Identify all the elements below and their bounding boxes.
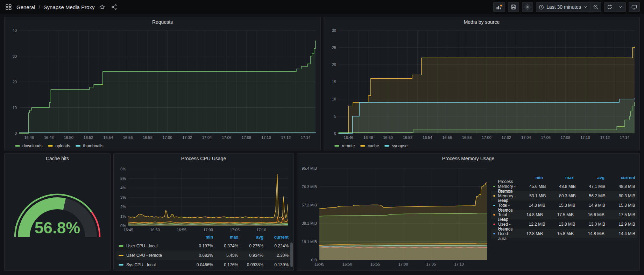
y-axis-tick-label: 76.3 MiB bbox=[302, 185, 317, 189]
panel-title-requests[interactable]: Requests bbox=[7, 17, 318, 27]
cycle-view-mode-button[interactable] bbox=[629, 2, 640, 12]
legend-column-max[interactable]: max bbox=[543, 175, 574, 180]
x-axis-tick-label: 16:54 bbox=[103, 135, 113, 140]
x-axis-tick-label: 17:05 bbox=[426, 262, 436, 266]
refresh-interval-caret[interactable] bbox=[615, 2, 626, 12]
breadcrumb-folder[interactable]: General bbox=[16, 4, 35, 10]
legend-swatch bbox=[76, 145, 80, 147]
refresh-button[interactable] bbox=[604, 2, 615, 12]
legend-swatch bbox=[360, 145, 365, 147]
legend-column-current[interactable]: current bbox=[604, 175, 635, 180]
legend-value-max: 17.5 MiB bbox=[543, 212, 574, 217]
legend-value-avg: 14.9 MiB bbox=[575, 203, 606, 208]
memory-legend-table: minmaxavgcurrentProcess Memory - cosmos4… bbox=[491, 174, 637, 238]
x-axis-tick-label: 17:02 bbox=[182, 135, 192, 140]
legend-column-current[interactable]: current bbox=[263, 235, 289, 240]
add-panel-icon bbox=[496, 4, 502, 10]
panel-title-cache-hits[interactable]: Cache hits bbox=[7, 154, 107, 163]
y-axis-tick-label: 0% bbox=[120, 224, 126, 228]
y-axis-tick-label: 95.4 MiB bbox=[302, 166, 317, 170]
x-axis-tick-label: 17:04 bbox=[521, 135, 531, 140]
dashboard-settings-button[interactable] bbox=[522, 2, 533, 12]
legend-value-current: 17.5 MiB bbox=[604, 212, 635, 217]
x-axis-tick-label: 16:50 bbox=[64, 135, 73, 140]
cpu-legend-table: minmaxavgcurrentUser CPU - local0.197%0.… bbox=[116, 233, 291, 269]
panel-process-memory-usage: Process Memory Usage 0 B19.1 MiB38.1 MiB… bbox=[297, 153, 640, 271]
navbar: General / Synapse Media Proxy bbox=[0, 0, 644, 14]
y-axis-tick-label: 30 bbox=[332, 28, 336, 33]
x-axis-tick-label: 16:58 bbox=[462, 135, 472, 140]
zoom-out-button[interactable] bbox=[590, 2, 601, 12]
dashboards-button[interactable] bbox=[4, 3, 13, 12]
legend-item-downloads[interactable]: downloads bbox=[15, 143, 42, 148]
x-axis-tick-label: 17:00 bbox=[482, 135, 491, 140]
legend-column-avg[interactable]: avg bbox=[238, 235, 263, 240]
navbar-toolbar: Last 30 minutes bbox=[493, 2, 640, 12]
legend-series-toggle[interactable]: User CPU - local bbox=[119, 244, 188, 248]
add-panel-button[interactable] bbox=[493, 2, 505, 12]
x-axis-tick-label: 17:06 bbox=[222, 135, 232, 140]
panel-title-media[interactable]: Media by source bbox=[327, 17, 637, 27]
x-axis-tick-label: 17:08 bbox=[242, 135, 252, 140]
legend-column-max[interactable]: max bbox=[213, 235, 238, 240]
favorite-button[interactable] bbox=[98, 3, 106, 11]
x-axis-tick-label: 16:48 bbox=[44, 135, 54, 140]
legend-value-min: 0.0466% bbox=[188, 262, 213, 267]
legend-column-avg[interactable]: avg bbox=[574, 175, 604, 180]
y-axis-tick-label: 40 bbox=[13, 28, 17, 33]
x-axis-tick-label: 16:56 bbox=[123, 135, 133, 140]
x-axis-tick-label: 17:12 bbox=[600, 135, 610, 140]
x-axis-tick-label: 16:50 bbox=[383, 135, 393, 140]
x-axis-tick-label: 17:12 bbox=[281, 135, 291, 140]
legend-swatch bbox=[493, 233, 495, 234]
legend-swatch bbox=[15, 145, 20, 147]
legend-value-max: 15.3 MiB bbox=[545, 203, 575, 208]
share-button[interactable] bbox=[110, 3, 118, 11]
cpu-chart[interactable]: 0%1%2%3%4%5%6%16:4516:5016:5517:0017:051… bbox=[116, 163, 291, 233]
grid-icon bbox=[6, 4, 12, 10]
y-axis-tick-label: 2% bbox=[120, 205, 126, 209]
legend-row-Sys CPU - local: Sys CPU - local0.0466%0.176%0.0938%0.139… bbox=[116, 260, 291, 269]
requests-chart[interactable]: 01020304016:4616:4816:5016:5216:5416:561… bbox=[7, 27, 318, 141]
legend-item-synapse[interactable]: synapse bbox=[384, 143, 408, 148]
legend-series-toggle[interactable]: Heap Used - aura bbox=[493, 226, 512, 241]
save-dashboard-button[interactable] bbox=[508, 2, 519, 12]
y-axis-tick-label: 57.2 MiB bbox=[302, 203, 317, 207]
x-axis-tick-label: 17:14 bbox=[620, 135, 630, 140]
breadcrumb: General / Synapse Media Proxy bbox=[16, 4, 94, 10]
legend-series-toggle[interactable]: Sys CPU - local bbox=[119, 262, 188, 267]
chevron-down-icon bbox=[618, 5, 623, 9]
legend-value-avg: 0.0938% bbox=[238, 262, 263, 267]
x-axis-tick-label: 17:00 bbox=[163, 135, 172, 140]
media-chart[interactable]: 05101520253016:4616:4816:5016:5216:5416:… bbox=[327, 27, 637, 141]
legend-value-max: 15.8 MiB bbox=[543, 231, 574, 236]
y-axis-tick-label: 6% bbox=[120, 167, 126, 171]
legend-column-min[interactable]: min bbox=[512, 175, 543, 180]
legend-item-uploads[interactable]: uploads bbox=[48, 143, 70, 148]
panel-title-memory[interactable]: Process Memory Usage bbox=[300, 154, 637, 163]
legend-value-avg: 47.1 MiB bbox=[576, 184, 606, 189]
star-icon bbox=[99, 4, 105, 10]
x-axis-tick-label: 17:10 bbox=[454, 262, 464, 266]
legend-column-min[interactable]: min bbox=[188, 235, 213, 240]
legend-label: Sys CPU - local bbox=[126, 262, 156, 267]
time-range-picker[interactable]: Last 30 minutes bbox=[536, 2, 590, 12]
memory-panel-body: 0 B19.1 MiB38.1 MiB57.2 MiB76.3 MiB95.4 … bbox=[300, 163, 637, 268]
y-axis-tick-label: 4% bbox=[120, 186, 126, 190]
legend-swatch bbox=[48, 145, 53, 147]
legend-scrollbar[interactable] bbox=[290, 242, 293, 267]
legend-item-thumbnails[interactable]: thumbnails bbox=[76, 143, 103, 148]
legend-series-toggle[interactable]: User CPU - remote bbox=[119, 253, 188, 258]
memory-chart[interactable]: 0 B19.1 MiB38.1 MiB57.2 MiB76.3 MiB95.4 … bbox=[300, 163, 490, 268]
legend-value-min: 53.1 MiB bbox=[516, 193, 546, 198]
legend-swatch bbox=[493, 214, 495, 216]
y-axis-tick-label: 38.1 MiB bbox=[302, 221, 317, 225]
legend-item-remote[interactable]: remote bbox=[334, 143, 355, 148]
breadcrumb-separator: / bbox=[38, 4, 40, 10]
navbar-left: General / Synapse Media Proxy bbox=[4, 3, 118, 12]
legend-item-cache[interactable]: cache bbox=[360, 143, 379, 148]
legend-swatch bbox=[493, 224, 495, 225]
legend-swatch bbox=[119, 264, 123, 266]
panel-title-cpu[interactable]: Process CPU Usage bbox=[116, 154, 291, 163]
x-axis-tick-label: 16:48 bbox=[363, 135, 373, 140]
